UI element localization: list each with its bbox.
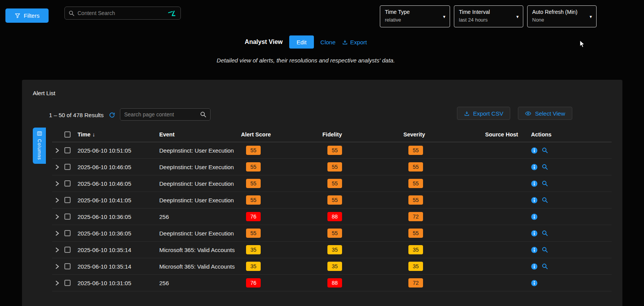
- row-checkbox[interactable]: [64, 180, 71, 187]
- header-time[interactable]: Time↓: [78, 131, 159, 138]
- download-icon: [464, 111, 470, 116]
- expand-chevron-icon[interactable]: [55, 181, 59, 187]
- expand-chevron-icon[interactable]: [55, 164, 59, 170]
- search-icon: [69, 10, 74, 16]
- expand-chevron-icon[interactable]: [55, 230, 59, 236]
- header-severity[interactable]: Severity: [403, 131, 485, 138]
- results-row: 1 – 50 of 478 Results: [49, 109, 115, 121]
- time-interval-label: Time Interval: [459, 9, 512, 15]
- time-cell: 2025-06-10 10:35:14: [78, 263, 159, 270]
- panel-title: Alert List: [33, 90, 55, 96]
- row-checkbox[interactable]: [64, 247, 71, 253]
- columns-icon: [37, 131, 42, 136]
- page-search-input[interactable]: [124, 111, 197, 118]
- header-event[interactable]: Event: [159, 131, 241, 138]
- time-cell: 2025-06-10 10:36:05: [78, 214, 159, 220]
- filters-label: Filters: [24, 12, 40, 19]
- table-row: 2025-06-10 10:46:05 DeepInstinct: User E…: [52, 175, 612, 192]
- content-search-input[interactable]: [78, 10, 164, 16]
- header-fidelity[interactable]: Fidelity: [322, 131, 403, 138]
- expand-chevron-icon[interactable]: [55, 148, 59, 153]
- event-cell: Microsoft 365: Valid Accounts: [159, 263, 241, 270]
- columns-tab-label: Columns: [37, 139, 42, 160]
- select-view-label: Select View: [535, 110, 565, 117]
- search-action-icon[interactable]: [542, 230, 548, 236]
- refresh-icon: [109, 112, 115, 118]
- info-icon[interactable]: [531, 197, 538, 203]
- brand-logo-icon: [167, 10, 177, 17]
- export-csv-button[interactable]: Export CSV: [457, 107, 510, 120]
- chevron-down-icon: ▼: [516, 14, 519, 18]
- info-icon[interactable]: [531, 180, 538, 187]
- row-checkbox[interactable]: [64, 147, 71, 153]
- event-cell: DeepInstinct: User Execution: [159, 147, 241, 154]
- header-alert-score[interactable]: Alert Score: [241, 131, 322, 138]
- time-cell: 2025-06-10 10:51:05: [78, 147, 159, 154]
- expand-chevron-icon[interactable]: [55, 264, 59, 269]
- row-checkbox[interactable]: [64, 164, 71, 170]
- export-link[interactable]: Export: [342, 39, 367, 45]
- event-cell: DeepInstinct: User Execution: [159, 180, 241, 187]
- expand-chevron-icon[interactable]: [55, 280, 59, 286]
- columns-tab[interactable]: Columns: [33, 128, 46, 164]
- time-interval-dropdown[interactable]: Time Interval last 24 hours ▼: [454, 5, 523, 27]
- info-icon[interactable]: [531, 230, 538, 237]
- search-icon: [200, 111, 206, 118]
- alert-score-badge: 55: [246, 229, 261, 238]
- search-action-icon[interactable]: [542, 147, 548, 153]
- fidelity-badge: 88: [327, 212, 342, 221]
- search-action-icon[interactable]: [542, 180, 548, 187]
- table-row: 2025-06-10 10:35:14 Microsoft 365: Valid…: [52, 258, 612, 275]
- expand-chevron-icon[interactable]: [55, 247, 59, 253]
- info-icon[interactable]: [531, 214, 538, 220]
- search-action-icon[interactable]: [542, 247, 548, 253]
- severity-badge: 35: [408, 262, 423, 271]
- search-action-icon[interactable]: [542, 197, 548, 203]
- alert-score-badge: 55: [246, 162, 261, 171]
- filters-button[interactable]: Filters: [5, 8, 49, 23]
- alert-score-badge: 55: [246, 146, 261, 155]
- alert-score-badge: 55: [246, 195, 261, 205]
- table-header-row: Time↓ Event Alert Score Fidelity Severit…: [52, 127, 612, 142]
- time-cell: 2025-06-10 10:46:05: [78, 164, 159, 170]
- row-checkbox[interactable]: [64, 263, 71, 269]
- table-body: 2025-06-10 10:51:05 DeepInstinct: User E…: [52, 142, 612, 291]
- time-cell: 2025-06-10 10:41:05: [78, 197, 159, 203]
- table-row: 2025-06-10 10:36:05 DeepInstinct: User E…: [52, 225, 612, 242]
- time-cell: 2025-06-10 10:36:05: [78, 230, 159, 237]
- content-search-box: [64, 7, 181, 20]
- info-icon[interactable]: [531, 147, 538, 154]
- select-view-button[interactable]: Select View: [518, 107, 572, 120]
- row-checkbox[interactable]: [64, 230, 71, 236]
- auto-refresh-dropdown[interactable]: Auto Refresh (Min) None ▼: [527, 5, 597, 27]
- search-action-icon[interactable]: [542, 263, 548, 269]
- info-icon[interactable]: [531, 263, 538, 270]
- row-checkbox[interactable]: [64, 214, 71, 220]
- severity-badge: 55: [408, 179, 423, 188]
- refresh-button[interactable]: [109, 112, 115, 118]
- row-checkbox[interactable]: [64, 197, 71, 203]
- info-icon[interactable]: [531, 280, 538, 286]
- header-source-host[interactable]: Source Host: [485, 131, 531, 138]
- select-all-checkbox[interactable]: [64, 131, 71, 138]
- severity-badge: 55: [408, 195, 423, 205]
- time-type-dropdown[interactable]: Time Type relative ▼: [380, 5, 450, 27]
- info-icon[interactable]: [531, 247, 538, 253]
- event-cell: DeepInstinct: User Execution: [159, 197, 241, 203]
- eye-icon: [525, 110, 531, 117]
- info-icon[interactable]: [531, 164, 538, 170]
- row-checkbox[interactable]: [64, 280, 71, 286]
- event-cell: DeepInstinct: User Execution: [159, 230, 241, 237]
- auto-refresh-value: None: [532, 17, 585, 23]
- view-header: Analyst View Edit Clone Export: [0, 35, 612, 49]
- time-cell: 2025-06-10 10:31:05: [78, 280, 159, 286]
- expand-chevron-icon[interactable]: [55, 214, 59, 220]
- time-type-value: relative: [385, 17, 439, 23]
- edit-button[interactable]: Edit: [289, 35, 314, 49]
- severity-badge: 72: [408, 212, 423, 221]
- time-cell: 2025-06-10 10:46:05: [78, 180, 159, 187]
- event-cell: 256: [159, 214, 241, 220]
- search-action-icon[interactable]: [542, 164, 548, 170]
- clone-link[interactable]: Clone: [320, 39, 335, 45]
- expand-chevron-icon[interactable]: [55, 197, 59, 203]
